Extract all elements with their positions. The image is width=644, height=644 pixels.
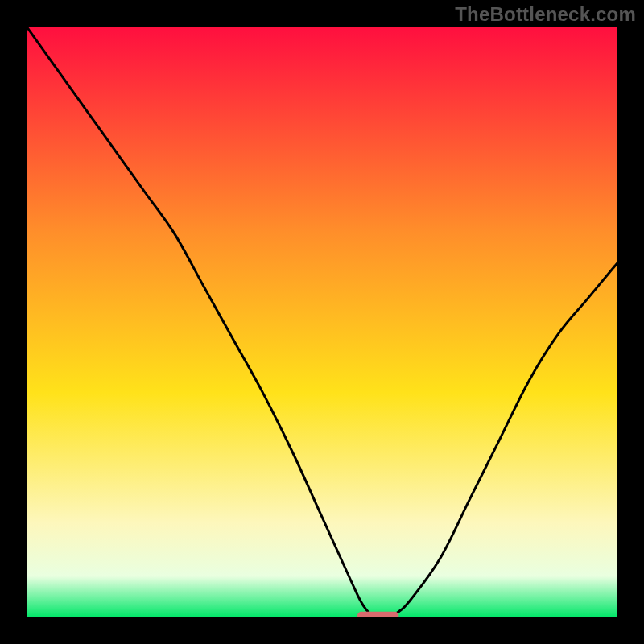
minimum-marker	[357, 612, 398, 617]
chart-svg	[27, 27, 617, 617]
plot-area	[27, 27, 617, 617]
chart-frame: TheBottleneck.com	[0, 0, 644, 644]
gradient-background	[27, 27, 617, 617]
watermark-text: TheBottleneck.com	[455, 3, 636, 26]
